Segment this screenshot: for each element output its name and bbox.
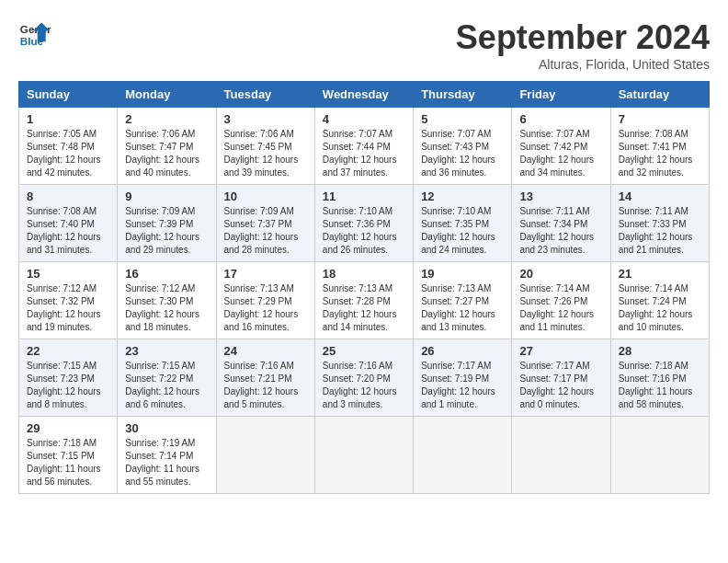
day-number: 16 [125,267,208,281]
day-info: Sunrise: 7:13 AM Sunset: 7:28 PM Dayligh… [323,282,405,334]
day-number: 25 [323,344,405,358]
day-header-tuesday: Tuesday [216,82,314,108]
calendar-week-row: 1Sunrise: 7:05 AM Sunset: 7:48 PM Daylig… [19,108,710,185]
day-number: 11 [323,190,405,203]
day-number: 28 [619,344,701,358]
day-info: Sunrise: 7:16 AM Sunset: 7:21 PM Dayligh… [224,360,307,411]
calendar-week-row: 22Sunrise: 7:15 AM Sunset: 7:23 PM Dayli… [19,339,710,417]
day-info: Sunrise: 7:11 AM Sunset: 7:34 PM Dayligh… [519,205,602,257]
calendar-day: 17Sunrise: 7:13 AM Sunset: 7:29 PM Dayli… [216,262,314,339]
day-number: 1 [27,112,109,126]
day-info: Sunrise: 7:18 AM Sunset: 7:15 PM Dayligh… [27,437,109,488]
empty-cell [314,417,413,494]
day-number: 30 [125,421,208,435]
day-number: 6 [519,112,602,126]
calendar-table: SundayMondayTuesdayWednesdayThursdayFrid… [18,81,710,494]
day-info: Sunrise: 7:15 AM Sunset: 7:22 PM Dayligh… [125,360,208,411]
day-info: Sunrise: 7:12 AM Sunset: 7:30 PM Dayligh… [125,282,208,334]
day-info: Sunrise: 7:12 AM Sunset: 7:32 PM Dayligh… [27,282,109,334]
empty-cell [216,417,314,494]
calendar-body: 1Sunrise: 7:05 AM Sunset: 7:48 PM Daylig… [19,108,710,494]
day-info: Sunrise: 7:11 AM Sunset: 7:33 PM Dayligh… [619,205,701,257]
calendar-day: 23Sunrise: 7:15 AM Sunset: 7:22 PM Dayli… [118,339,216,417]
logo: General Blue [18,18,51,52]
day-info: Sunrise: 7:13 AM Sunset: 7:29 PM Dayligh… [224,282,307,334]
calendar-day: 26Sunrise: 7:17 AM Sunset: 7:19 PM Dayli… [414,339,512,417]
calendar-day: 12Sunrise: 7:10 AM Sunset: 7:35 PM Dayli… [414,185,512,262]
day-info: Sunrise: 7:15 AM Sunset: 7:23 PM Dayligh… [27,360,109,411]
calendar-day: 2Sunrise: 7:06 AM Sunset: 7:47 PM Daylig… [118,108,216,185]
calendar-day: 20Sunrise: 7:14 AM Sunset: 7:26 PM Dayli… [512,262,610,339]
empty-cell [610,417,709,494]
day-info: Sunrise: 7:10 AM Sunset: 7:36 PM Dayligh… [323,205,405,257]
day-info: Sunrise: 7:14 AM Sunset: 7:24 PM Dayligh… [619,282,701,334]
day-info: Sunrise: 7:06 AM Sunset: 7:47 PM Dayligh… [125,128,208,179]
day-number: 8 [27,190,109,203]
empty-cell [512,417,610,494]
calendar-day: 24Sunrise: 7:16 AM Sunset: 7:21 PM Dayli… [216,339,314,417]
calendar-day: 29Sunrise: 7:18 AM Sunset: 7:15 PM Dayli… [19,417,118,494]
calendar-week-row: 8Sunrise: 7:08 AM Sunset: 7:40 PM Daylig… [19,185,710,262]
day-number: 22 [27,344,109,358]
day-info: Sunrise: 7:08 AM Sunset: 7:41 PM Dayligh… [619,128,701,179]
day-header-friday: Friday [512,82,610,108]
day-info: Sunrise: 7:10 AM Sunset: 7:35 PM Dayligh… [421,205,504,257]
calendar-day: 1Sunrise: 7:05 AM Sunset: 7:48 PM Daylig… [19,108,118,185]
day-info: Sunrise: 7:06 AM Sunset: 7:45 PM Dayligh… [224,128,307,179]
day-header-saturday: Saturday [610,82,709,108]
title-area: September 2024 Alturas, Florida, United … [456,18,710,72]
logo-icon: General Blue [18,18,51,52]
day-number: 9 [125,190,208,203]
day-number: 4 [323,112,405,126]
day-header-sunday: Sunday [19,82,118,108]
calendar-day: 6Sunrise: 7:07 AM Sunset: 7:42 PM Daylig… [512,108,610,185]
calendar-day: 15Sunrise: 7:12 AM Sunset: 7:32 PM Dayli… [19,262,118,339]
main-title: September 2024 [456,18,710,57]
day-info: Sunrise: 7:08 AM Sunset: 7:40 PM Dayligh… [27,205,109,257]
day-header-thursday: Thursday [414,82,512,108]
day-number: 14 [619,190,701,203]
header: General Blue September 2024 Alturas, Flo… [18,18,710,72]
day-info: Sunrise: 7:18 AM Sunset: 7:16 PM Dayligh… [619,360,701,411]
day-info: Sunrise: 7:09 AM Sunset: 7:37 PM Dayligh… [224,205,307,257]
day-info: Sunrise: 7:13 AM Sunset: 7:27 PM Dayligh… [421,282,504,334]
calendar-day: 27Sunrise: 7:17 AM Sunset: 7:17 PM Dayli… [512,339,610,417]
day-number: 18 [323,267,405,281]
calendar-day: 3Sunrise: 7:06 AM Sunset: 7:45 PM Daylig… [216,108,314,185]
empty-cell [414,417,512,494]
day-info: Sunrise: 7:07 AM Sunset: 7:43 PM Dayligh… [421,128,504,179]
calendar-day: 13Sunrise: 7:11 AM Sunset: 7:34 PM Dayli… [512,185,610,262]
calendar-day: 25Sunrise: 7:16 AM Sunset: 7:20 PM Dayli… [314,339,413,417]
day-header-wednesday: Wednesday [314,82,413,108]
day-number: 19 [421,267,504,281]
day-info: Sunrise: 7:07 AM Sunset: 7:42 PM Dayligh… [519,128,602,179]
calendar-day: 11Sunrise: 7:10 AM Sunset: 7:36 PM Dayli… [314,185,413,262]
day-number: 7 [619,112,701,126]
sub-title: Alturas, Florida, United States [456,57,710,72]
calendar-day: 16Sunrise: 7:12 AM Sunset: 7:30 PM Dayli… [118,262,216,339]
day-number: 23 [125,344,208,358]
day-info: Sunrise: 7:19 AM Sunset: 7:14 PM Dayligh… [125,437,208,488]
calendar-day: 21Sunrise: 7:14 AM Sunset: 7:24 PM Dayli… [610,262,709,339]
calendar-day: 28Sunrise: 7:18 AM Sunset: 7:16 PM Dayli… [610,339,709,417]
day-info: Sunrise: 7:14 AM Sunset: 7:26 PM Dayligh… [519,282,602,334]
day-number: 29 [27,421,109,435]
calendar-day: 14Sunrise: 7:11 AM Sunset: 7:33 PM Dayli… [610,185,709,262]
day-number: 15 [27,267,109,281]
day-number: 26 [421,344,504,358]
calendar-week-row: 15Sunrise: 7:12 AM Sunset: 7:32 PM Dayli… [19,262,710,339]
calendar-day: 30Sunrise: 7:19 AM Sunset: 7:14 PM Dayli… [118,417,216,494]
calendar-day: 4Sunrise: 7:07 AM Sunset: 7:44 PM Daylig… [314,108,413,185]
calendar-day: 7Sunrise: 7:08 AM Sunset: 7:41 PM Daylig… [610,108,709,185]
day-info: Sunrise: 7:09 AM Sunset: 7:39 PM Dayligh… [125,205,208,257]
day-number: 20 [519,267,602,281]
calendar-day: 8Sunrise: 7:08 AM Sunset: 7:40 PM Daylig… [19,185,118,262]
day-header-monday: Monday [118,82,216,108]
day-number: 5 [421,112,504,126]
day-info: Sunrise: 7:17 AM Sunset: 7:19 PM Dayligh… [421,360,504,411]
days-header-row: SundayMondayTuesdayWednesdayThursdayFrid… [19,82,710,108]
day-number: 12 [421,190,504,203]
calendar-day: 18Sunrise: 7:13 AM Sunset: 7:28 PM Dayli… [314,262,413,339]
calendar-day: 5Sunrise: 7:07 AM Sunset: 7:43 PM Daylig… [414,108,512,185]
day-number: 10 [224,190,307,203]
